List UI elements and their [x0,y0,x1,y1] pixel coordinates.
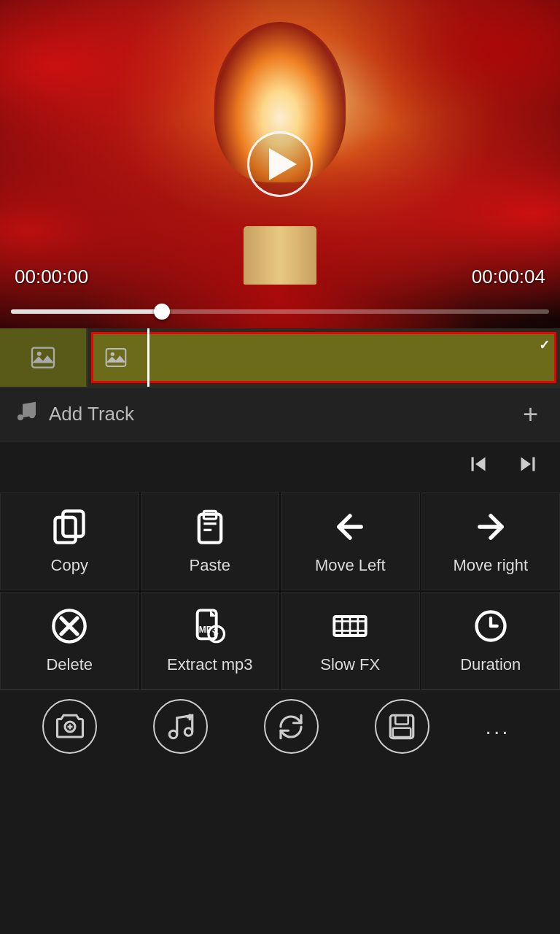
more-options[interactable]: ... [486,714,518,739]
refresh-button[interactable] [264,699,319,754]
save-button[interactable] [375,699,429,754]
slow-fx-button[interactable]: Slow FX [281,592,420,690]
nav-controls [0,441,560,493]
music-note-icon [15,400,38,428]
svg-point-4 [18,414,23,420]
timeline-area: ✓ [0,328,560,387]
copy-label: Copy [51,556,88,575]
move-left-icon [331,508,369,546]
move-right-label: Move right [453,556,528,575]
video-player: 00:00:00 00:00:04 [0,0,560,328]
add-track-label: Add Track [49,403,516,425]
svg-rect-2 [106,349,126,366]
svg-point-1 [37,352,42,356]
extract-mp3-label: Extract mp3 [167,655,252,674]
move-right-button[interactable]: Move right [421,493,561,590]
timeline-thumbnail[interactable] [0,328,88,387]
svg-point-5 [29,412,35,418]
add-track-row: Add Track + [0,387,560,441]
slow-fx-label: Slow FX [320,655,380,674]
paste-icon [191,508,229,546]
save-icon [386,711,417,742]
svg-rect-0 [32,348,54,368]
delete-icon [50,607,88,645]
camera-plus-icon [55,711,85,742]
clip-checkmark: ✓ [539,337,550,353]
add-video-button[interactable] [42,699,97,754]
svg-point-3 [111,352,114,356]
play-icon [269,148,297,180]
time-current: 00:00:00 [15,266,88,288]
clip-thumbnail-icon [104,346,128,369]
paste-button[interactable]: Paste [141,493,280,590]
svg-rect-6 [63,511,84,536]
svg-rect-35 [396,715,409,724]
extract-mp3-button[interactable]: MP3 Extract mp3 [141,592,280,690]
duration-button[interactable]: Duration [421,592,561,690]
thumbnail-icon [30,344,56,371]
svg-point-31 [184,727,192,736]
duration-label: Duration [460,655,521,674]
delete-label: Delete [46,655,93,674]
duration-icon [472,607,510,645]
slow-fx-icon [331,607,369,645]
play-button[interactable] [247,131,313,197]
action-grid: Copy Paste Move Left Move right Delete [0,493,560,690]
more-dots-label: ... [486,714,518,738]
move-left-label: Move Left [315,556,386,575]
svg-rect-7 [55,517,76,543]
add-track-button[interactable]: + [516,395,545,433]
skip-forward-button[interactable] [514,450,542,484]
add-music-button[interactable] [153,699,208,754]
extract-mp3-icon: MP3 [191,607,229,645]
move-right-icon [472,508,510,546]
progress-thumb[interactable] [154,304,170,320]
music-plus-icon [166,711,196,742]
paste-label: Paste [190,556,230,575]
progress-bar[interactable] [11,309,549,314]
refresh-icon [276,711,306,742]
bottom-toolbar: ... [0,690,560,763]
svg-rect-36 [393,727,411,736]
skip-back-button[interactable] [464,450,492,484]
playhead-line [147,328,149,387]
copy-icon [50,508,88,546]
time-total: 00:00:04 [472,266,545,288]
timeline-clip[interactable]: ✓ [91,332,556,383]
delete-button[interactable]: Delete [0,592,139,690]
move-left-button[interactable]: Move Left [281,493,420,590]
progress-fill [11,309,162,314]
svg-point-30 [169,730,177,738]
time-overlay: 00:00:00 00:00:04 [0,266,560,288]
copy-button[interactable]: Copy [0,493,139,590]
